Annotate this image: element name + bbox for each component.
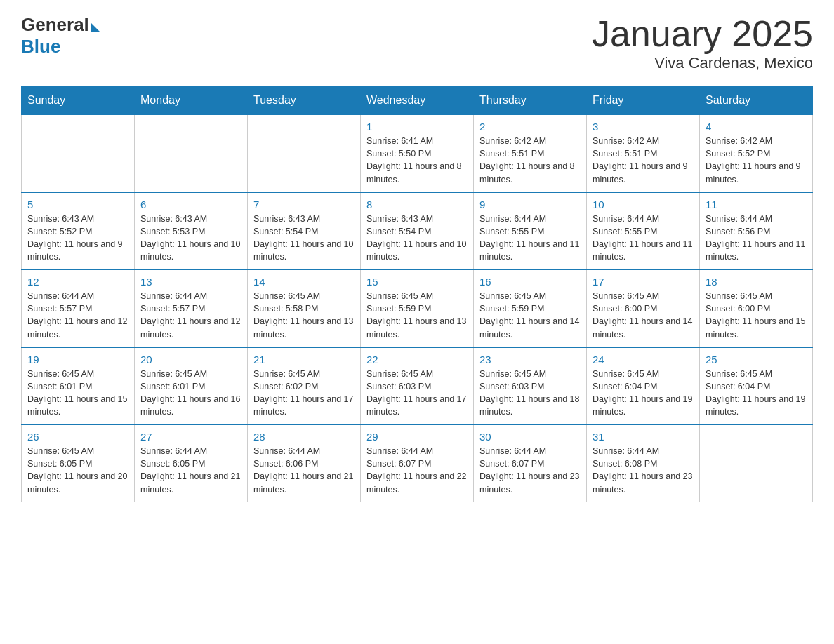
day-number: 25 (706, 354, 807, 365)
calendar-cell: 7Sunrise: 6:43 AM Sunset: 5:54 PM Daylig… (248, 192, 361, 270)
day-number: 29 (366, 431, 468, 443)
day-info: Sunrise: 6:43 AM Sunset: 5:54 PM Dayligh… (253, 213, 355, 264)
header-day-tuesday: Tuesday (248, 87, 361, 115)
day-info: Sunrise: 6:45 AM Sunset: 5:59 PM Dayligh… (366, 290, 468, 341)
day-number: 24 (593, 354, 694, 365)
day-info: Sunrise: 6:41 AM Sunset: 5:50 PM Dayligh… (366, 135, 468, 186)
calendar-cell: 6Sunrise: 6:43 AM Sunset: 5:53 PM Daylig… (135, 192, 248, 270)
day-number: 13 (140, 276, 241, 288)
week-row-4: 19Sunrise: 6:45 AM Sunset: 6:01 PM Dayli… (22, 347, 813, 425)
week-row-2: 5Sunrise: 6:43 AM Sunset: 5:52 PM Daylig… (22, 192, 813, 270)
calendar-cell: 29Sunrise: 6:44 AM Sunset: 6:07 PM Dayli… (361, 424, 474, 502)
title-section: January 2025 Viva Cardenas, Mexico (592, 14, 813, 72)
calendar-cell: 4Sunrise: 6:42 AM Sunset: 5:52 PM Daylig… (700, 114, 813, 192)
day-info: Sunrise: 6:45 AM Sunset: 6:04 PM Dayligh… (706, 368, 807, 419)
calendar-cell: 28Sunrise: 6:44 AM Sunset: 6:06 PM Dayli… (248, 424, 361, 502)
day-info: Sunrise: 6:44 AM Sunset: 5:56 PM Dayligh… (706, 213, 807, 264)
calendar-cell: 10Sunrise: 6:44 AM Sunset: 5:55 PM Dayli… (587, 192, 700, 270)
header-day-friday: Friday (587, 87, 700, 115)
day-info: Sunrise: 6:44 AM Sunset: 5:57 PM Dayligh… (27, 290, 128, 341)
day-info: Sunrise: 6:45 AM Sunset: 5:58 PM Dayligh… (253, 290, 355, 341)
calendar-cell (248, 114, 361, 192)
calendar-cell: 20Sunrise: 6:45 AM Sunset: 6:01 PM Dayli… (135, 347, 248, 425)
day-info: Sunrise: 6:45 AM Sunset: 6:02 PM Dayligh… (253, 368, 355, 419)
calendar-cell: 11Sunrise: 6:44 AM Sunset: 5:56 PM Dayli… (700, 192, 813, 270)
day-number: 5 (27, 199, 128, 210)
day-number: 20 (140, 354, 241, 365)
calendar-cell: 1Sunrise: 6:41 AM Sunset: 5:50 PM Daylig… (361, 114, 474, 192)
calendar-cell: 16Sunrise: 6:45 AM Sunset: 5:59 PM Dayli… (474, 269, 587, 347)
day-info: Sunrise: 6:42 AM Sunset: 5:51 PM Dayligh… (593, 135, 694, 186)
calendar-cell: 31Sunrise: 6:44 AM Sunset: 6:08 PM Dayli… (587, 424, 700, 502)
header-day-thursday: Thursday (474, 87, 587, 115)
week-row-1: 1Sunrise: 6:41 AM Sunset: 5:50 PM Daylig… (22, 114, 813, 192)
calendar-cell: 14Sunrise: 6:45 AM Sunset: 5:58 PM Dayli… (248, 269, 361, 347)
day-info: Sunrise: 6:43 AM Sunset: 5:53 PM Dayligh… (140, 213, 241, 264)
header-row: SundayMondayTuesdayWednesdayThursdayFrid… (22, 87, 813, 115)
calendar-cell (700, 424, 813, 502)
day-info: Sunrise: 6:44 AM Sunset: 5:55 PM Dayligh… (593, 213, 694, 264)
day-info: Sunrise: 6:44 AM Sunset: 6:07 PM Dayligh… (479, 445, 581, 496)
week-row-3: 12Sunrise: 6:44 AM Sunset: 5:57 PM Dayli… (22, 269, 813, 347)
day-number: 3 (593, 121, 694, 133)
calendar-cell: 19Sunrise: 6:45 AM Sunset: 6:01 PM Dayli… (22, 347, 135, 425)
calendar-cell: 21Sunrise: 6:45 AM Sunset: 6:02 PM Dayli… (248, 347, 361, 425)
page-header: General Blue January 2025 Viva Cardenas,… (21, 14, 813, 72)
calendar-cell: 23Sunrise: 6:45 AM Sunset: 6:03 PM Dayli… (474, 347, 587, 425)
week-row-5: 26Sunrise: 6:45 AM Sunset: 6:05 PM Dayli… (22, 424, 813, 502)
calendar-cell: 5Sunrise: 6:43 AM Sunset: 5:52 PM Daylig… (22, 192, 135, 270)
day-number: 1 (366, 121, 468, 133)
day-info: Sunrise: 6:43 AM Sunset: 5:54 PM Dayligh… (366, 213, 468, 264)
day-number: 7 (253, 199, 355, 210)
header-day-wednesday: Wednesday (361, 87, 474, 115)
calendar-cell: 22Sunrise: 6:45 AM Sunset: 6:03 PM Dayli… (361, 347, 474, 425)
day-number: 19 (27, 354, 128, 365)
day-number: 17 (593, 276, 694, 288)
day-info: Sunrise: 6:45 AM Sunset: 6:03 PM Dayligh… (366, 368, 468, 419)
day-number: 10 (593, 199, 694, 210)
day-info: Sunrise: 6:42 AM Sunset: 5:51 PM Dayligh… (479, 135, 581, 186)
day-number: 31 (593, 431, 694, 443)
day-number: 4 (706, 121, 807, 133)
calendar-cell: 13Sunrise: 6:44 AM Sunset: 5:57 PM Dayli… (135, 269, 248, 347)
day-info: Sunrise: 6:45 AM Sunset: 6:00 PM Dayligh… (593, 290, 694, 341)
header-day-saturday: Saturday (700, 87, 813, 115)
day-number: 9 (479, 199, 581, 210)
day-info: Sunrise: 6:45 AM Sunset: 6:01 PM Dayligh… (140, 368, 241, 419)
calendar-cell: 2Sunrise: 6:42 AM Sunset: 5:51 PM Daylig… (474, 114, 587, 192)
day-info: Sunrise: 6:44 AM Sunset: 5:55 PM Dayligh… (479, 213, 581, 264)
day-number: 16 (479, 276, 581, 288)
day-number: 8 (366, 199, 468, 210)
day-info: Sunrise: 6:44 AM Sunset: 5:57 PM Dayligh… (140, 290, 241, 341)
day-info: Sunrise: 6:42 AM Sunset: 5:52 PM Dayligh… (706, 135, 807, 186)
day-number: 12 (27, 276, 128, 288)
calendar-cell: 8Sunrise: 6:43 AM Sunset: 5:54 PM Daylig… (361, 192, 474, 270)
calendar-cell: 18Sunrise: 6:45 AM Sunset: 6:00 PM Dayli… (700, 269, 813, 347)
calendar-cell: 12Sunrise: 6:44 AM Sunset: 5:57 PM Dayli… (22, 269, 135, 347)
day-info: Sunrise: 6:44 AM Sunset: 6:07 PM Dayligh… (366, 445, 468, 496)
location-label: Viva Cardenas, Mexico (592, 54, 813, 72)
day-info: Sunrise: 6:45 AM Sunset: 5:59 PM Dayligh… (479, 290, 581, 341)
day-number: 22 (366, 354, 468, 365)
day-info: Sunrise: 6:43 AM Sunset: 5:52 PM Dayligh… (27, 213, 128, 264)
day-info: Sunrise: 6:45 AM Sunset: 6:04 PM Dayligh… (593, 368, 694, 419)
logo-general-text: General (21, 14, 89, 36)
day-number: 21 (253, 354, 355, 365)
day-number: 6 (140, 199, 241, 210)
calendar-cell (135, 114, 248, 192)
day-number: 15 (366, 276, 468, 288)
day-number: 26 (27, 431, 128, 443)
day-number: 11 (706, 199, 807, 210)
day-info: Sunrise: 6:45 AM Sunset: 6:00 PM Dayligh… (706, 290, 807, 341)
day-info: Sunrise: 6:44 AM Sunset: 6:05 PM Dayligh… (140, 445, 241, 496)
calendar-cell: 27Sunrise: 6:44 AM Sunset: 6:05 PM Dayli… (135, 424, 248, 502)
day-number: 23 (479, 354, 581, 365)
day-info: Sunrise: 6:45 AM Sunset: 6:01 PM Dayligh… (27, 368, 128, 419)
day-number: 2 (479, 121, 581, 133)
day-number: 14 (253, 276, 355, 288)
header-day-sunday: Sunday (22, 87, 135, 115)
calendar-cell: 25Sunrise: 6:45 AM Sunset: 6:04 PM Dayli… (700, 347, 813, 425)
calendar-cell: 9Sunrise: 6:44 AM Sunset: 5:55 PM Daylig… (474, 192, 587, 270)
day-info: Sunrise: 6:44 AM Sunset: 6:06 PM Dayligh… (253, 445, 355, 496)
calendar-table: SundayMondayTuesdayWednesdayThursdayFrid… (21, 86, 813, 502)
